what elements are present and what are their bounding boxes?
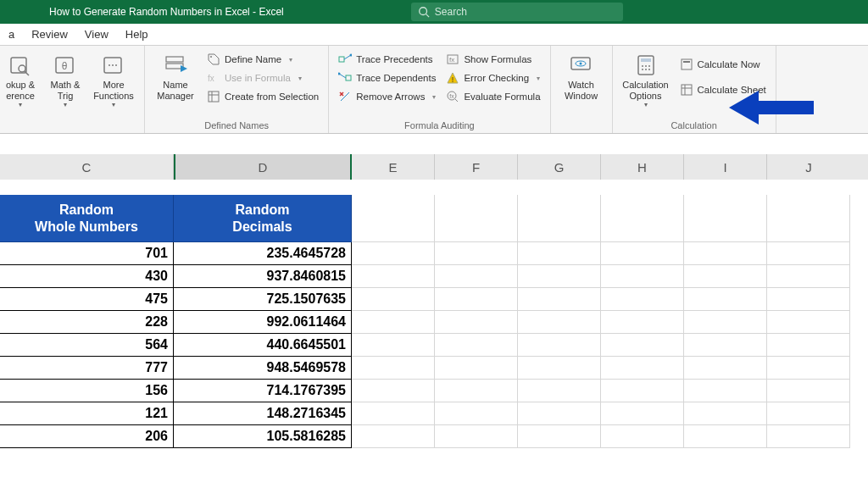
spreadsheet[interactable]: C D E F G H I J Random Whole Numbers Ran… [0, 134, 868, 448]
cell[interactable] [435, 334, 518, 357]
calculate-now-button[interactable]: Calculate Now [677, 56, 769, 73]
cell[interactable] [684, 334, 767, 357]
cell[interactable] [601, 195, 684, 242]
more-functions-button[interactable]: More Functions▾ [90, 49, 137, 108]
cell-c[interactable]: 777 [0, 357, 174, 380]
cell[interactable] [435, 288, 518, 311]
cell-d[interactable]: 440.6645501 [174, 334, 352, 357]
data-grid[interactable]: Random Whole Numbers Random Decimals 701… [0, 195, 868, 448]
cell[interactable] [601, 311, 684, 334]
cell[interactable] [352, 242, 435, 265]
col-I[interactable]: I [684, 154, 767, 180]
define-name-button[interactable]: Define Name▾ [204, 51, 321, 68]
cell-d[interactable]: 714.1767395 [174, 380, 352, 402]
col-D[interactable]: D [174, 154, 352, 180]
cell[interactable] [435, 242, 518, 265]
col-F[interactable]: F [435, 154, 518, 180]
cell[interactable] [435, 425, 518, 448]
cell[interactable] [601, 265, 684, 288]
cell[interactable] [352, 380, 435, 402]
cell[interactable] [684, 357, 767, 380]
calculation-options-button[interactable]: Calculation Options▾ [620, 49, 672, 108]
cell[interactable] [435, 357, 518, 380]
cell[interactable] [767, 311, 850, 334]
col-J[interactable]: J [767, 154, 850, 180]
cell[interactable] [767, 242, 850, 265]
cell-c[interactable]: 156 [0, 380, 174, 402]
tab-review[interactable]: Review [23, 24, 76, 45]
cell-c[interactable]: 121 [0, 402, 174, 425]
cell[interactable] [518, 265, 601, 288]
trace-precedents-button[interactable]: Trace Precedents [336, 51, 438, 68]
cell-d[interactable]: 948.5469578 [174, 357, 352, 380]
cell[interactable] [684, 195, 767, 242]
name-manager-button[interactable]: Name Manager [152, 49, 199, 101]
search-box[interactable]: Search [411, 3, 623, 21]
tab-view[interactable]: View [76, 24, 117, 45]
evaluate-formula-button[interactable]: fxEvaluate Formula [443, 88, 542, 105]
cell[interactable] [352, 311, 435, 334]
math-trig-button[interactable]: θ Math & Trig▾ [46, 49, 85, 108]
cell[interactable] [352, 334, 435, 357]
cell-c[interactable]: 564 [0, 334, 174, 357]
cell[interactable] [684, 288, 767, 311]
cell[interactable] [601, 425, 684, 448]
cell[interactable] [352, 425, 435, 448]
cell[interactable] [767, 380, 850, 402]
cell[interactable] [601, 334, 684, 357]
cell-d[interactable]: 937.8460815 [174, 265, 352, 288]
col-H[interactable]: H [601, 154, 684, 180]
cell[interactable] [767, 195, 850, 242]
cell-c[interactable]: 228 [0, 311, 174, 334]
cell[interactable] [684, 425, 767, 448]
cell[interactable] [518, 242, 601, 265]
cell-d[interactable]: 148.2716345 [174, 402, 352, 425]
cell-d[interactable]: 725.1507635 [174, 288, 352, 311]
tab-data-partial[interactable]: a [0, 24, 23, 45]
cell[interactable] [767, 425, 850, 448]
cell[interactable] [352, 288, 435, 311]
cell[interactable] [684, 242, 767, 265]
lookup-reference-button[interactable]: okup & erence▾ [0, 49, 41, 108]
cell[interactable] [767, 357, 850, 380]
cell[interactable] [352, 195, 435, 242]
cell[interactable] [767, 265, 850, 288]
trace-dependents-button[interactable]: Trace Dependents [336, 69, 438, 86]
show-formulas-button[interactable]: fxShow Formulas [443, 51, 542, 68]
create-from-selection-button[interactable]: Create from Selection [204, 88, 321, 105]
cell-d[interactable]: 992.0611464 [174, 311, 352, 334]
cell[interactable] [684, 311, 767, 334]
cell-c[interactable]: 206 [0, 425, 174, 448]
cell[interactable] [601, 242, 684, 265]
watch-window-button[interactable]: Watch Window [558, 49, 605, 101]
cell[interactable] [435, 265, 518, 288]
cell[interactable] [518, 357, 601, 380]
cell-c[interactable]: 701 [0, 242, 174, 265]
cell[interactable] [767, 402, 850, 425]
cell[interactable] [767, 288, 850, 311]
cell[interactable] [435, 380, 518, 402]
cell[interactable] [518, 288, 601, 311]
cell[interactable] [767, 334, 850, 357]
cell-d[interactable]: 105.5816285 [174, 425, 352, 448]
col-G[interactable]: G [518, 154, 601, 180]
cell[interactable] [518, 334, 601, 357]
cell[interactable] [435, 311, 518, 334]
cell[interactable] [518, 402, 601, 425]
tab-help[interactable]: Help [117, 24, 157, 45]
cell[interactable] [518, 195, 601, 242]
cell[interactable] [352, 265, 435, 288]
remove-arrows-button[interactable]: Remove Arrows▾ [336, 88, 438, 105]
cell[interactable] [684, 380, 767, 402]
error-checking-button[interactable]: !Error Checking▾ [443, 69, 542, 86]
cell[interactable] [352, 357, 435, 380]
cell[interactable] [518, 311, 601, 334]
cell[interactable] [518, 425, 601, 448]
cell-c[interactable]: 430 [0, 265, 174, 288]
cell[interactable] [684, 402, 767, 425]
cell[interactable] [435, 402, 518, 425]
cell[interactable] [352, 402, 435, 425]
cell[interactable] [435, 195, 518, 242]
col-E[interactable]: E [352, 154, 435, 180]
cell[interactable] [601, 402, 684, 425]
